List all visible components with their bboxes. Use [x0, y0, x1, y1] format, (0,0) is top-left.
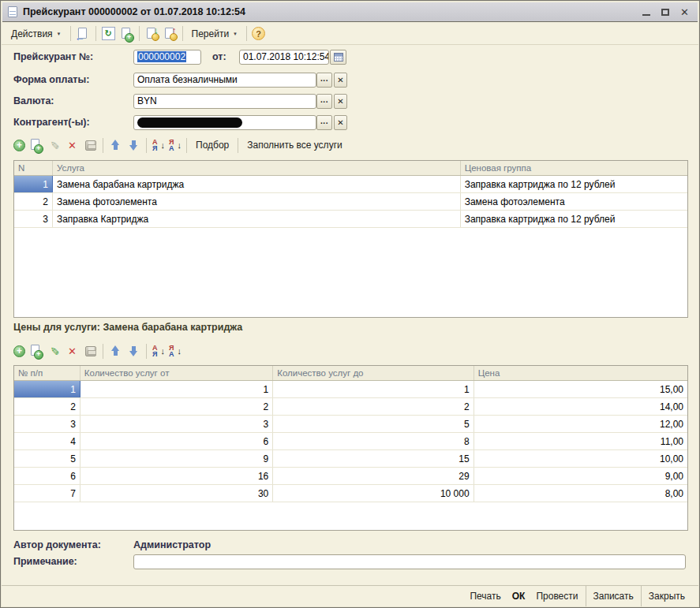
number-input[interactable]: 000000002 — [133, 50, 201, 65]
move-up-icon[interactable] — [108, 138, 123, 152]
pick-button[interactable]: Подбор — [190, 137, 234, 153]
ok-button[interactable]: ОК — [508, 588, 530, 604]
column-header[interactable]: Услуга — [53, 161, 461, 175]
column-header[interactable]: Количество услуг от — [80, 366, 273, 380]
row-number-cell[interactable]: 1 — [14, 176, 53, 192]
column-header[interactable]: Ценовая группа — [461, 161, 687, 175]
calendar-icon[interactable] — [330, 50, 346, 65]
table-row[interactable]: 3 Заправка Картриджа Заправка картриджа … — [14, 211, 687, 228]
qty-to-cell[interactable]: 15 — [273, 450, 474, 467]
qty-from-cell[interactable]: 2 — [80, 398, 273, 415]
price-group-cell[interactable]: Заправка картриджа по 12 рублей — [461, 211, 687, 227]
column-header[interactable]: № п/п — [14, 366, 80, 380]
edit-row-icon[interactable] — [47, 344, 62, 358]
edit-row-icon[interactable] — [47, 138, 62, 152]
refresh-icon[interactable] — [101, 27, 116, 41]
price-cell[interactable]: 12,00 — [474, 416, 687, 432]
table-row[interactable]: 7 30 10 000 8,00 — [14, 485, 687, 502]
close-icon[interactable] — [680, 6, 689, 18]
price-cell[interactable]: 10,00 — [474, 450, 687, 467]
copy-row-icon[interactable] — [28, 138, 43, 152]
row-number-cell[interactable]: 2 — [14, 398, 80, 415]
delete-row-icon[interactable] — [65, 138, 80, 152]
row-number-cell[interactable]: 6 — [14, 468, 80, 484]
minimize-icon[interactable] — [642, 8, 650, 16]
price-cell[interactable]: 8,00 — [474, 485, 687, 502]
post-document-icon[interactable] — [144, 27, 159, 41]
reread-document-icon[interactable] — [76, 27, 91, 41]
sort-descending-icon[interactable] — [168, 139, 182, 152]
currency-pick-button[interactable] — [316, 94, 332, 109]
price-cell[interactable]: 14,00 — [474, 398, 687, 415]
close-button[interactable]: Закрыть — [642, 588, 692, 604]
price-group-cell[interactable]: Замена фотоэлемента — [461, 193, 687, 210]
add-row-icon[interactable] — [13, 345, 25, 357]
sort-ascending-icon[interactable] — [152, 345, 165, 358]
qty-to-cell[interactable]: 2 — [273, 398, 474, 415]
move-down-icon[interactable] — [126, 138, 141, 152]
row-number-cell[interactable]: 3 — [14, 211, 53, 227]
table-row[interactable]: 5 9 15 10,00 — [14, 450, 687, 468]
price-cell[interactable]: 9,00 — [474, 468, 687, 484]
payment-input[interactable]: Оплата безналичными — [133, 73, 316, 88]
qty-from-cell[interactable]: 16 — [80, 468, 273, 484]
currency-clear-button[interactable] — [334, 94, 347, 109]
counterparty-clear-button[interactable] — [334, 115, 347, 130]
post-button[interactable]: Провести — [529, 588, 585, 604]
new-document-icon[interactable] — [119, 27, 134, 41]
print-button[interactable]: Печать — [462, 588, 507, 604]
table-row[interactable]: 2 Замена фотоэлемента Замена фотоэлемент… — [14, 193, 687, 211]
price-group-cell[interactable]: Заправка картриджа по 12 рублей — [461, 176, 687, 192]
qty-to-cell[interactable]: 10 000 — [273, 485, 474, 502]
column-header[interactable]: Количество услуг до — [273, 366, 474, 380]
sort-descending-icon[interactable] — [168, 345, 182, 358]
row-number-cell[interactable]: 5 — [14, 450, 80, 467]
table-row[interactable]: 1 1 1 15,00 — [14, 381, 687, 398]
payment-pick-button[interactable] — [316, 73, 332, 88]
add-row-icon[interactable] — [13, 140, 25, 151]
table-row[interactable]: 4 6 8 11,00 — [14, 433, 687, 450]
payment-clear-button[interactable] — [334, 73, 347, 88]
row-number-cell[interactable]: 1 — [14, 381, 80, 397]
qty-from-cell[interactable]: 30 — [80, 485, 273, 502]
help-icon[interactable] — [252, 27, 265, 40]
actions-menu-button[interactable]: Действия — [6, 26, 67, 42]
table-row[interactable]: 3 3 5 12,00 — [14, 416, 687, 433]
title-bar[interactable]: Прейскурант 000000002 от 01.07.2018 10:1… — [2, 2, 698, 22]
qty-to-cell[interactable]: 1 — [273, 381, 474, 397]
copy-row-icon[interactable] — [28, 344, 43, 358]
price-cell[interactable]: 11,00 — [474, 433, 687, 449]
qty-to-cell[interactable]: 5 — [273, 416, 474, 432]
sort-ascending-icon[interactable] — [152, 139, 165, 152]
qty-to-cell[interactable]: 29 — [273, 468, 474, 484]
maximize-icon[interactable] — [661, 9, 669, 16]
row-number-cell[interactable]: 7 — [14, 485, 80, 502]
qty-from-cell[interactable]: 6 — [80, 433, 273, 449]
service-cell[interactable]: Заправка Картриджа — [53, 211, 461, 227]
service-cell[interactable]: Замена барабана картриджа — [53, 176, 461, 192]
table-row[interactable]: 2 2 2 14,00 — [14, 398, 687, 416]
row-number-cell[interactable]: 2 — [14, 193, 53, 210]
service-cell[interactable]: Замена фотоэлемента — [53, 193, 461, 210]
date-input[interactable]: 01.07.2018 10:12:54 — [239, 50, 329, 65]
column-header[interactable]: N — [14, 161, 53, 175]
qty-from-cell[interactable]: 9 — [80, 450, 273, 467]
row-number-cell[interactable]: 3 — [14, 416, 80, 432]
counterparty-pick-button[interactable] — [316, 115, 332, 130]
qty-from-cell[interactable]: 1 — [80, 381, 273, 397]
table-row[interactable]: 6 16 29 9,00 — [14, 468, 687, 485]
qty-from-cell[interactable]: 3 — [80, 416, 273, 432]
table-row[interactable]: 1 Замена барабана картриджа Заправка кар… — [14, 176, 687, 193]
fill-all-services-button[interactable]: Заполнить все услуги — [241, 137, 347, 153]
delete-row-icon[interactable] — [65, 344, 80, 358]
qty-to-cell[interactable]: 8 — [273, 433, 474, 449]
goto-menu-button[interactable]: Перейти — [186, 26, 244, 42]
row-number-cell[interactable]: 4 — [14, 433, 80, 449]
currency-input[interactable]: BYN — [133, 94, 316, 109]
note-input[interactable] — [133, 554, 686, 569]
price-cell[interactable]: 15,00 — [474, 381, 687, 397]
column-header[interactable]: Цена — [474, 366, 687, 380]
unpost-document-icon[interactable] — [163, 27, 178, 41]
counterparty-input[interactable] — [133, 115, 316, 130]
move-down-icon[interactable] — [126, 344, 141, 358]
